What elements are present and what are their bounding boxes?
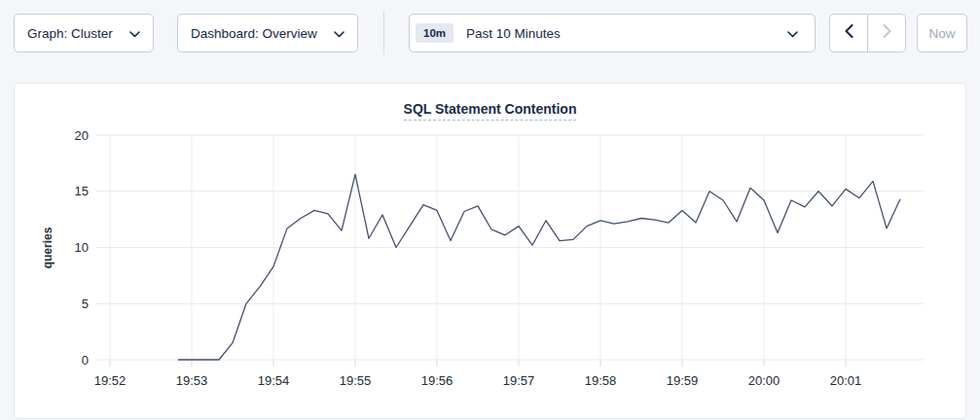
chevron-down-icon (129, 24, 140, 42)
dashboard-dropdown-label: Dashboard: Overview (191, 26, 317, 41)
now-button[interactable]: Now (917, 14, 967, 52)
contention-chart[interactable]: 0510152019:5219:5319:5419:5519:5619:5719… (15, 121, 967, 412)
y-tick-label: 0 (82, 353, 89, 368)
x-tick-label: 19:52 (94, 373, 127, 388)
x-tick-label: 19:57 (503, 373, 535, 388)
graph-dropdown[interactable]: Graph: Cluster (14, 14, 154, 52)
y-tick-label: 15 (75, 184, 89, 198)
page-root: { "toolbar": { "graph_dropdown": { "labe… (0, 0, 980, 420)
x-tick-label: 19:55 (340, 373, 372, 388)
x-tick-label: 19:56 (421, 373, 454, 388)
time-range-label: Past 10 Minutes (466, 26, 561, 41)
x-tick-label: 20:01 (830, 373, 862, 388)
chart-title[interactable]: SQL Statement Contention (404, 101, 577, 121)
time-range-selector[interactable]: 10m Past 10 Minutes (409, 14, 816, 52)
chevron-right-icon (883, 24, 891, 42)
chevron-left-icon (845, 24, 853, 42)
x-tick-label: 19:59 (667, 373, 699, 388)
y-tick-label: 20 (75, 128, 89, 143)
contention-line (178, 174, 900, 360)
y-tick-label: 10 (75, 240, 89, 255)
x-tick-label: 19:53 (176, 373, 208, 388)
x-tick-label: 19:58 (585, 373, 617, 388)
x-tick-label: 19:54 (258, 373, 290, 388)
graph-dropdown-label: Graph: Cluster (27, 26, 113, 41)
y-axis-label: queries (41, 227, 54, 268)
time-range-badge: 10m (416, 23, 454, 43)
toolbar-divider (383, 11, 384, 54)
x-tick-label: 20:00 (748, 373, 780, 388)
y-tick-label: 5 (82, 297, 89, 311)
now-button-label: Now (928, 26, 955, 41)
dashboard-dropdown[interactable]: Dashboard: Overview (177, 14, 358, 52)
prev-time-button[interactable] (830, 15, 867, 52)
next-time-button[interactable] (867, 15, 905, 52)
chart-card: SQL Statement Contention 0510152019:5219… (14, 83, 966, 419)
chevron-down-icon (334, 24, 345, 42)
time-step-button-group (829, 14, 906, 52)
chevron-down-icon (787, 24, 798, 42)
